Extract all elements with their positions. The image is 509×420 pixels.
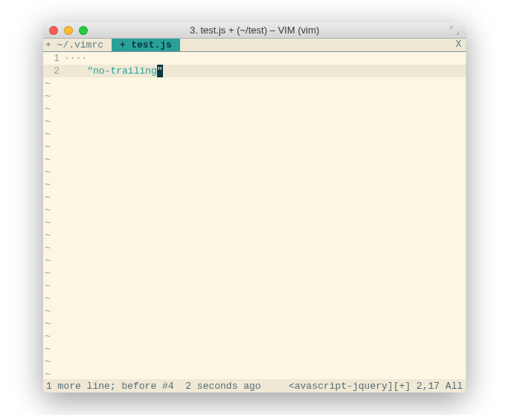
minimize-icon[interactable]: [64, 26, 73, 35]
close-icon[interactable]: [49, 26, 58, 35]
line-number: 2: [43, 65, 64, 77]
empty-line-tilde: ~: [43, 242, 466, 254]
empty-line-tilde: ~: [43, 355, 466, 368]
traffic-lights: [49, 26, 88, 35]
tab-close-button[interactable]: X: [455, 39, 461, 50]
empty-line-tilde: ~: [43, 90, 466, 103]
cursor: ": [157, 65, 163, 77]
empty-line-tilde: ~: [43, 330, 466, 343]
zoom-icon[interactable]: [79, 26, 88, 35]
line-number: 1: [43, 52, 64, 65]
empty-line-tilde: ~: [43, 280, 466, 292]
empty-line-tilde: ~: [43, 317, 466, 330]
empty-line-tilde: ~: [43, 305, 466, 317]
empty-line-tilde: ~: [43, 128, 466, 140]
empty-line-tilde: ~: [43, 191, 466, 204]
empty-line-tilde: ~: [43, 216, 466, 229]
empty-line-tilde: ~: [43, 103, 466, 115]
fold-marker: ····: [64, 53, 87, 64]
empty-line-tilde: ~: [43, 229, 466, 242]
empty-line-tilde: ~: [43, 77, 466, 90]
tab-bar: + ~/.vimrc + test.js X: [43, 39, 466, 52]
editor-area[interactable]: 1····2 "no-trailing" ~~~~~~~~~~~~~~~~~~~…: [43, 52, 466, 379]
empty-line-tilde: ~: [43, 178, 466, 191]
titlebar[interactable]: 3. test.js + (~/test) – VIM (vim): [43, 22, 466, 39]
empty-line-tilde: ~: [43, 166, 466, 178]
empty-line-tilde: ~: [43, 343, 466, 355]
status-bar: 1 more line; before #4 2 seconds ago <av…: [43, 379, 466, 392]
window-title: 3. test.js + (~/test) – VIM (vim): [43, 25, 466, 36]
code-line[interactable]: 2 "no-trailing": [43, 65, 466, 77]
empty-line-tilde: ~: [43, 254, 466, 267]
empty-line-tilde: ~: [43, 368, 466, 379]
code-line[interactable]: 1····: [43, 52, 466, 65]
empty-line-tilde: ~: [43, 204, 466, 216]
empty-line-tilde: ~: [43, 140, 466, 153]
empty-line-tilde: ~: [43, 292, 466, 305]
vim-window: 3. test.js + (~/test) – VIM (vim) + ~/.v…: [43, 22, 466, 392]
fullscreen-icon[interactable]: [449, 25, 460, 36]
empty-line-tilde: ~: [43, 153, 466, 166]
empty-line-tilde: ~: [43, 267, 466, 280]
tab-vimrc[interactable]: + ~/.vimrc: [43, 39, 112, 51]
status-message: 1 more line; before #4 2 seconds ago: [46, 381, 261, 392]
line-content[interactable]: ····: [64, 52, 466, 65]
tab-testjs[interactable]: + test.js: [112, 39, 180, 51]
status-position: <avascript-jquery][+] 2,17 All: [289, 381, 463, 392]
line-content[interactable]: "no-trailing": [64, 65, 466, 77]
empty-line-tilde: ~: [43, 115, 466, 128]
